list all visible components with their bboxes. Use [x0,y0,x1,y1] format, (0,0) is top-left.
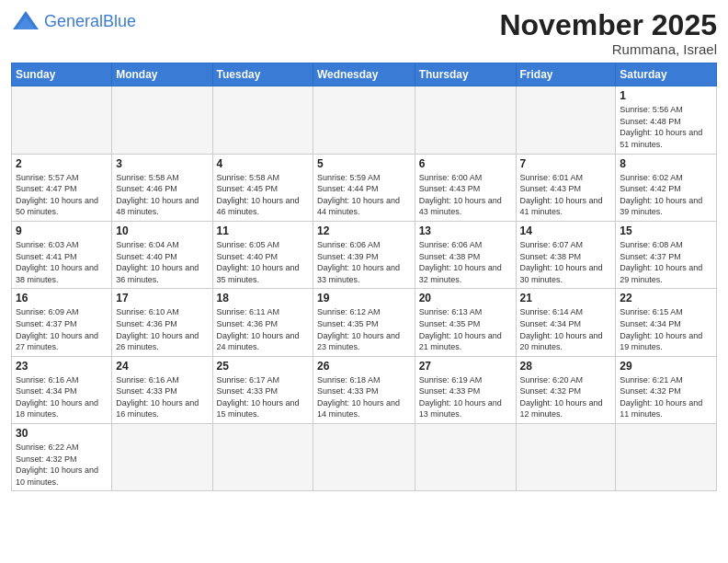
day-info: Sunrise: 6:16 AM Sunset: 4:33 PM Dayligh… [116,374,208,420]
day-number: 20 [419,292,512,304]
calendar-header-row: SundayMondayTuesdayWednesdayThursdayFrid… [12,63,717,86]
calendar-header-tuesday: Tuesday [212,63,313,86]
day-number: 3 [116,157,208,170]
title-block: November 2025 Rummana, Israel [499,9,717,57]
day-number: 29 [620,360,712,373]
day-number: 17 [116,292,208,304]
day-info: Sunrise: 6:07 AM Sunset: 4:38 PM Dayligh… [520,239,612,285]
logo: GeneralBlue [11,9,136,35]
day-info: Sunrise: 6:18 AM Sunset: 4:33 PM Dayligh… [317,374,411,420]
day-number: 9 [16,224,108,237]
day-info: Sunrise: 6:01 AM Sunset: 4:43 PM Dayligh… [520,172,612,218]
day-info: Sunrise: 6:11 AM Sunset: 4:36 PM Dayligh… [217,306,309,352]
day-info: Sunrise: 5:57 AM Sunset: 4:47 PM Dayligh… [16,172,108,218]
day-number: 16 [16,292,108,304]
calendar-cell: 24Sunrise: 6:16 AM Sunset: 4:33 PM Dayli… [112,356,212,423]
day-number: 5 [317,157,411,170]
day-number: 13 [419,224,512,237]
day-info: Sunrise: 6:03 AM Sunset: 4:41 PM Dayligh… [16,239,108,285]
calendar-cell: 3Sunrise: 5:58 AM Sunset: 4:46 PM Daylig… [112,154,212,221]
day-info: Sunrise: 6:20 AM Sunset: 4:32 PM Dayligh… [520,374,612,420]
calendar-header-saturday: Saturday [616,63,717,86]
calendar-cell: 25Sunrise: 6:17 AM Sunset: 4:33 PM Dayli… [212,356,313,423]
day-number: 21 [520,292,612,304]
day-info: Sunrise: 6:08 AM Sunset: 4:37 PM Dayligh… [620,239,712,285]
day-info: Sunrise: 5:56 AM Sunset: 4:48 PM Dayligh… [620,104,712,150]
day-info: Sunrise: 6:17 AM Sunset: 4:33 PM Dayligh… [217,374,309,420]
day-info: Sunrise: 6:06 AM Sunset: 4:38 PM Dayligh… [419,239,512,285]
calendar-cell: 22Sunrise: 6:15 AM Sunset: 4:34 PM Dayli… [616,289,717,356]
calendar-header-thursday: Thursday [415,63,516,86]
day-number: 19 [317,292,411,304]
calendar-week-row: 23Sunrise: 6:16 AM Sunset: 4:34 PM Dayli… [12,356,717,423]
calendar-cell [212,86,313,154]
day-number: 1 [620,89,712,102]
calendar-cell [616,424,717,491]
calendar: SundayMondayTuesdayWednesdayThursdayFrid… [11,63,717,491]
calendar-cell [313,424,415,491]
calendar-cell: 20Sunrise: 6:13 AM Sunset: 4:35 PM Dayli… [415,289,516,356]
calendar-cell: 11Sunrise: 6:05 AM Sunset: 4:40 PM Dayli… [212,221,313,288]
day-info: Sunrise: 5:58 AM Sunset: 4:45 PM Dayligh… [217,172,309,218]
calendar-header-sunday: Sunday [12,63,112,86]
day-number: 27 [419,360,512,373]
calendar-cell: 13Sunrise: 6:06 AM Sunset: 4:38 PM Dayli… [415,221,516,288]
location: Rummana, Israel [499,41,717,57]
logo-blue: Blue [103,12,136,30]
day-number: 25 [217,360,309,373]
calendar-cell: 2Sunrise: 5:57 AM Sunset: 4:47 PM Daylig… [12,154,112,221]
day-info: Sunrise: 6:06 AM Sunset: 4:39 PM Dayligh… [317,239,411,285]
day-number: 24 [116,360,208,373]
day-number: 4 [217,157,309,170]
calendar-cell: 21Sunrise: 6:14 AM Sunset: 4:34 PM Dayli… [516,289,616,356]
calendar-cell: 15Sunrise: 6:08 AM Sunset: 4:37 PM Dayli… [616,221,717,288]
calendar-cell: 5Sunrise: 5:59 AM Sunset: 4:44 PM Daylig… [313,154,415,221]
calendar-cell: 4Sunrise: 5:58 AM Sunset: 4:45 PM Daylig… [212,154,313,221]
day-info: Sunrise: 6:22 AM Sunset: 4:32 PM Dayligh… [16,442,108,488]
calendar-cell: 8Sunrise: 6:02 AM Sunset: 4:42 PM Daylig… [616,154,717,221]
day-info: Sunrise: 6:21 AM Sunset: 4:32 PM Dayligh… [620,374,712,420]
calendar-cell: 10Sunrise: 6:04 AM Sunset: 4:40 PM Dayli… [112,221,212,288]
day-number: 14 [520,224,612,237]
calendar-cell [112,86,212,154]
calendar-week-row: 9Sunrise: 6:03 AM Sunset: 4:41 PM Daylig… [12,221,717,288]
day-info: Sunrise: 6:05 AM Sunset: 4:40 PM Dayligh… [217,239,309,285]
day-info: Sunrise: 5:59 AM Sunset: 4:44 PM Dayligh… [317,172,411,218]
calendar-cell [212,424,313,491]
day-info: Sunrise: 6:04 AM Sunset: 4:40 PM Dayligh… [116,239,208,285]
calendar-week-row: 30Sunrise: 6:22 AM Sunset: 4:32 PM Dayli… [12,424,717,491]
header: GeneralBlue November 2025 Rummana, Israe… [11,9,717,57]
calendar-cell [313,86,415,154]
calendar-cell: 18Sunrise: 6:11 AM Sunset: 4:36 PM Dayli… [212,289,313,356]
calendar-cell: 6Sunrise: 6:00 AM Sunset: 4:43 PM Daylig… [415,154,516,221]
day-number: 28 [520,360,612,373]
calendar-week-row: 2Sunrise: 5:57 AM Sunset: 4:47 PM Daylig… [12,154,717,221]
day-info: Sunrise: 6:10 AM Sunset: 4:36 PM Dayligh… [116,306,208,352]
day-number: 30 [16,427,108,440]
calendar-cell: 17Sunrise: 6:10 AM Sunset: 4:36 PM Dayli… [112,289,212,356]
day-number: 8 [620,157,712,170]
month-title: November 2025 [499,9,717,41]
calendar-cell: 23Sunrise: 6:16 AM Sunset: 4:34 PM Dayli… [12,356,112,423]
calendar-header-monday: Monday [112,63,212,86]
calendar-cell: 9Sunrise: 6:03 AM Sunset: 4:41 PM Daylig… [12,221,112,288]
calendar-cell: 1Sunrise: 5:56 AM Sunset: 4:48 PM Daylig… [616,86,717,154]
calendar-cell: 30Sunrise: 6:22 AM Sunset: 4:32 PM Dayli… [12,424,112,491]
calendar-header-wednesday: Wednesday [313,63,415,86]
day-number: 18 [217,292,309,304]
day-info: Sunrise: 6:16 AM Sunset: 4:34 PM Dayligh… [16,374,108,420]
logo-icon [11,9,40,35]
calendar-cell [12,86,112,154]
day-number: 22 [620,292,712,304]
day-info: Sunrise: 6:12 AM Sunset: 4:35 PM Dayligh… [317,306,411,352]
day-number: 23 [16,360,108,373]
day-number: 10 [116,224,208,237]
day-number: 11 [217,224,309,237]
day-number: 15 [620,224,712,237]
day-info: Sunrise: 5:58 AM Sunset: 4:46 PM Dayligh… [116,172,208,218]
calendar-week-row: 1Sunrise: 5:56 AM Sunset: 4:48 PM Daylig… [12,86,717,154]
day-info: Sunrise: 6:02 AM Sunset: 4:42 PM Dayligh… [620,172,712,218]
calendar-cell: 26Sunrise: 6:18 AM Sunset: 4:33 PM Dayli… [313,356,415,423]
calendar-cell: 29Sunrise: 6:21 AM Sunset: 4:32 PM Dayli… [616,356,717,423]
calendar-cell: 16Sunrise: 6:09 AM Sunset: 4:37 PM Dayli… [12,289,112,356]
